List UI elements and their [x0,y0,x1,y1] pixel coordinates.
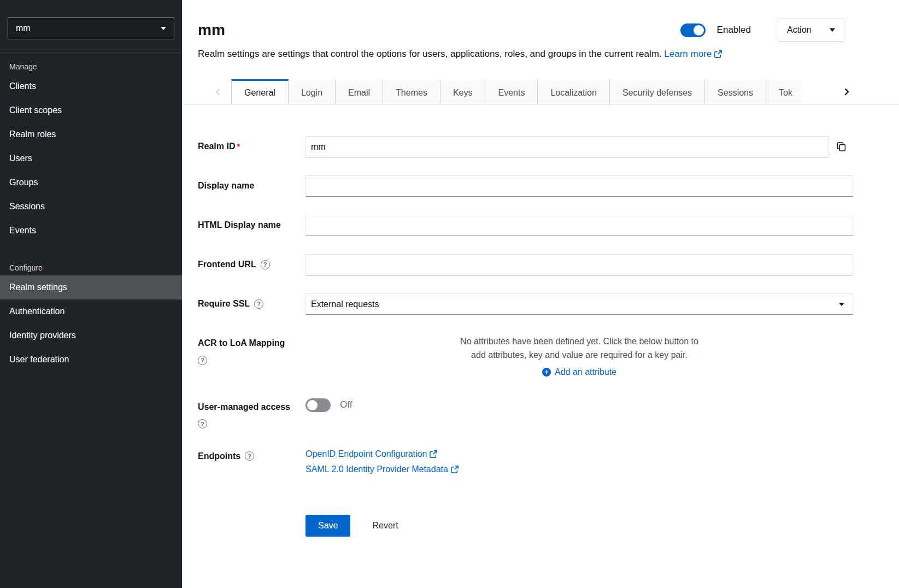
chevron-down-icon [161,27,166,30]
sidebar-item-groups[interactable]: Groups [0,170,182,195]
saml-metadata-link[interactable]: SAML 2.0 Identity Provider Metadata [305,464,853,475]
acr-loa-empty-state: No attributes have been defined yet. Cli… [459,334,700,362]
help-icon[interactable]: ? [198,419,207,428]
general-settings-form: Realm ID* Display name [182,105,899,537]
add-attribute-button[interactable]: + Add an attribute [542,367,616,377]
realm-selector-wrap: mm [0,0,182,52]
html-display-name-input[interactable] [305,215,853,236]
action-dropdown-button[interactable]: Action [778,19,844,42]
realm-id-input[interactable] [305,136,829,157]
nav-section-manage: Manage [0,52,182,74]
sidebar-item-authentication[interactable]: Authentication [0,299,182,324]
tab-label: Events [498,88,525,98]
realm-selector[interactable]: mm [8,17,174,39]
sidebar-item-user-federation[interactable]: User federation [0,348,182,372]
frontend-url-label: Frontend URL ? [198,254,305,275]
tab-label: Localization [550,88,597,98]
display-name-label: Display name [198,175,305,197]
help-icon[interactable]: ? [254,299,263,309]
user-managed-access-state: Off [340,399,352,410]
plus-circle-icon: + [542,368,551,377]
enabled-label: Enabled [717,25,751,36]
app-root: mm Manage Clients Client scopes Realm ro… [0,0,899,588]
nav-list-manage: Clients Client scopes Realm roles Users … [0,74,182,243]
tab-label: Login [301,88,322,98]
revert-button[interactable]: Revert [372,521,398,531]
sidebar-item-sessions[interactable]: Sessions [0,195,182,219]
tab-login[interactable]: Login [289,79,336,104]
realm-settings-tabs: General Login Email Themes Keys Events L… [182,79,899,105]
tab-label: Keys [453,88,473,98]
tab-label: Tok [779,88,792,98]
nav-list-configure: Realm settings Authentication Identity p… [0,275,182,372]
frontend-url-input[interactable] [305,254,853,275]
help-icon[interactable]: ? [261,260,270,269]
tab-localization[interactable]: Localization [538,79,610,104]
tab-security-defenses[interactable]: Security defenses [610,79,705,104]
sidebar-item-clients[interactable]: Clients [0,74,182,98]
require-ssl-row: Require SSL ? External requests [198,293,853,315]
help-icon[interactable]: ? [198,356,207,365]
nav-section-configure: Configure [0,243,182,275]
tab-scroll-right-button[interactable] [833,79,860,104]
realm-enabled-toggle[interactable] [680,23,706,37]
display-name-input[interactable] [305,175,853,197]
description-text: Realm settings are settings that control… [198,49,662,59]
caret-down-icon [839,303,844,306]
toggle-knob [694,25,704,36]
angle-left-icon [214,87,222,96]
sidebar-item-users[interactable]: Users [0,146,182,170]
openid-endpoint-link[interactable]: OpenID Endpoint Configuration [305,449,853,460]
tab-label: Sessions [718,88,753,98]
external-link-icon [451,466,459,475]
header-controls: Enabled Action [680,19,844,42]
require-ssl-select[interactable]: External requests [305,293,853,315]
tab-email[interactable]: Email [336,79,383,104]
endpoints-label-text: Endpoints [198,451,240,462]
sidebar-item-client-scopes[interactable]: Client scopes [0,98,182,122]
tab-keys[interactable]: Keys [440,79,486,104]
acr-loa-label: ACR to LoA Mapping ? [198,333,305,377]
acr-loa-row: ACR to LoA Mapping ? No attributes have … [198,333,853,377]
endpoints-row: Endpoints ? OpenID Endpoint Configuratio… [198,449,853,480]
action-label: Action [787,25,811,35]
realm-id-label: Realm ID* [198,136,305,157]
tab-label: Email [348,88,370,98]
tab-events[interactable]: Events [485,79,538,104]
page-header: mm Enabled Action Realm settings are set… [182,0,899,61]
user-managed-access-toggle[interactable] [305,398,331,412]
tab-sessions[interactable]: Sessions [705,79,766,104]
tab-scroll-left-button[interactable] [205,79,231,104]
external-link-icon [714,49,722,61]
user-managed-access-label-text: User-managed access [198,402,305,413]
learn-more-link[interactable]: Learn more [664,49,722,59]
sidebar-item-identity-providers[interactable]: Identity providers [0,324,182,348]
copy-icon [837,142,846,151]
endpoints-label: Endpoints ? [198,449,305,480]
add-attribute-label: Add an attribute [555,367,616,377]
html-display-name-row: HTML Display name [198,215,853,236]
tab-themes[interactable]: Themes [383,79,440,104]
angle-right-icon [842,87,851,96]
realm-description: Realm settings are settings that control… [198,48,844,61]
sidebar: mm Manage Clients Client scopes Realm ro… [0,0,182,588]
sidebar-nav: Manage Clients Client scopes Realm roles… [0,52,182,372]
acr-loa-label-text: ACR to LoA Mapping [198,338,305,349]
form-actions: Save Revert [305,515,853,537]
tab-general[interactable]: General [231,79,289,104]
realm-selector-value: mm [16,23,31,33]
frontend-url-label-text: Frontend URL [198,259,256,270]
sidebar-item-realm-roles[interactable]: Realm roles [0,122,182,146]
tab-tokens[interactable]: Tok [766,79,802,104]
help-icon[interactable]: ? [245,451,254,461]
save-button[interactable]: Save [305,515,350,537]
tab-label: Security defenses [622,88,692,98]
require-ssl-label: Require SSL ? [198,293,305,315]
learn-more-label: Learn more [664,49,712,59]
sidebar-item-events[interactable]: Events [0,219,182,243]
tab-label: Themes [396,88,427,98]
sidebar-item-realm-settings[interactable]: Realm settings [0,275,182,299]
openid-endpoint-label: OpenID Endpoint Configuration [305,449,427,458]
realm-id-row: Realm ID* [198,136,853,157]
copy-button[interactable] [829,136,853,157]
